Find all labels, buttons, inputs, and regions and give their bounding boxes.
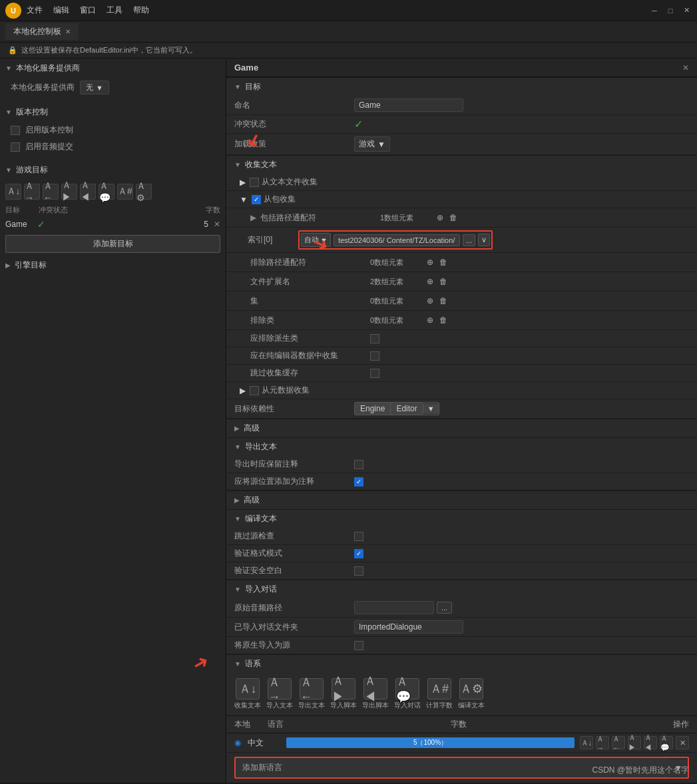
engine-button[interactable]: Engine — [355, 403, 391, 415]
close-button[interactable]: ✕ — [681, 5, 692, 16]
include-paths-row: ▶ 包括路径通配符 1数组元素 ⊕ 🗑 — [226, 208, 697, 228]
chevron-down-icon: ▼ — [234, 83, 241, 91]
count-icon[interactable]: Ａ# — [117, 184, 133, 200]
imported-folder-input[interactable] — [354, 620, 463, 634]
dialogue-import-label: 导入对话 — [394, 701, 421, 710]
lang-op-script-export[interactable]: Ａ◀ — [644, 736, 657, 749]
delete-collection-button[interactable]: 🗑 — [437, 294, 450, 307]
delete-exclude-path-button[interactable]: 🗑 — [437, 256, 450, 269]
field-name-input[interactable] — [354, 98, 463, 112]
path-dots-button[interactable]: ... — [463, 234, 475, 246]
enable-version-control-checkbox[interactable] — [11, 126, 20, 135]
editor-button[interactable]: Editor — [391, 403, 422, 415]
tab-localization[interactable]: 本地化控制板 ✕ — [5, 23, 79, 40]
script-export-icon[interactable]: Ａ◀ — [80, 184, 96, 200]
engine-editor-dropdown[interactable]: ▼ — [423, 403, 439, 414]
section-advanced1[interactable]: ▶ 高级 — [226, 419, 697, 437]
script-import-label: 导入脚本 — [330, 701, 357, 710]
lang-tool-script-export[interactable]: Ａ◀ 导出脚本 — [362, 678, 389, 710]
delete-class-button[interactable]: 🗑 — [437, 313, 450, 327]
lang-tool-collect[interactable]: Ａ↓ 收集文本 — [234, 678, 261, 710]
exclude-derived-checkbox[interactable] — [370, 334, 379, 343]
menu-window[interactable]: 窗口 — [80, 5, 96, 16]
add-extension-button[interactable]: ⊕ — [423, 275, 437, 288]
lang-tool-compile[interactable]: Ａ⚙ 编译文本 — [458, 678, 485, 710]
section-export-text[interactable]: ▼ 导出文本 — [226, 437, 697, 456]
lang-tool-export[interactable]: Ａ← 导出文本 — [298, 678, 325, 710]
game-target-remove[interactable]: ✕ — [214, 220, 220, 229]
preserve-notes-checkbox[interactable] — [354, 460, 363, 469]
section-version-control[interactable]: ▼ 版本控制 — [0, 102, 226, 122]
add-exclude-path-button[interactable]: ⊕ — [423, 256, 437, 269]
section-compile-text[interactable]: ▼ 编译文本 — [226, 509, 697, 528]
section-gather-text[interactable]: ▼ 收集文本 — [226, 155, 697, 174]
load-policy-dropdown[interactable]: 游戏 ▼ — [354, 136, 390, 152]
lang-remove-button[interactable]: ✕ — [676, 736, 689, 749]
delete-include-path-button[interactable]: 🗑 — [447, 211, 460, 224]
add-collection-button[interactable]: ⊕ — [423, 294, 437, 307]
lang-tool-script-import[interactable]: Ａ▶ 导入脚本 — [330, 678, 357, 710]
right-panel-title: Game — [234, 63, 258, 73]
lang-op-export[interactable]: Ａ← — [612, 736, 625, 749]
delete-extension-button[interactable]: 🗑 — [437, 275, 450, 288]
script-import-icon[interactable]: Ａ▶ — [61, 184, 77, 200]
lang-bar-text-chinese: 5（100%） — [413, 738, 447, 747]
skip-source-check-checkbox[interactable] — [354, 532, 363, 541]
lang-op-script-import[interactable]: Ａ▶ — [628, 736, 641, 749]
menu-help[interactable]: 帮助 — [133, 5, 149, 16]
import-text-label: 导入文本 — [266, 701, 293, 710]
import-icon[interactable]: Ａ→ — [24, 184, 40, 200]
lang-tool-dialogue-import[interactable]: Ａ💬 导入对话 — [394, 678, 421, 710]
lang-op-collect[interactable]: Ａ↓ — [580, 736, 593, 749]
native-source-checkbox[interactable] — [354, 641, 363, 650]
maximize-button[interactable]: □ — [665, 5, 676, 16]
provider-dropdown[interactable]: 无 ▼ — [80, 81, 109, 95]
lang-radio-chinese[interactable]: ◉ — [234, 738, 248, 747]
collect-icon[interactable]: Ａ↓ — [5, 184, 21, 200]
section-label: 版本控制 — [16, 106, 48, 118]
from-metadata-row: ▶ 从元数据收集 — [226, 382, 697, 399]
section-localization-provider[interactable]: ▼ 本地化服务提供商 — [0, 59, 226, 78]
section-game-targets[interactable]: ▼ 游戏目标 — [0, 160, 226, 180]
auto-dropdown[interactable]: 自动 ▼ — [301, 233, 331, 247]
validate-whitespace-checkbox[interactable] — [354, 566, 363, 576]
from-metadata-checkbox[interactable] — [250, 386, 259, 395]
enable-audio-submit-checkbox[interactable] — [11, 142, 20, 152]
game-target-name[interactable]: Game — [5, 220, 32, 229]
section-engine-targets[interactable]: ▶ 引擎目标 — [0, 256, 226, 275]
section-language[interactable]: ▼ 语系 — [226, 654, 697, 673]
section-target[interactable]: ▼ 目标 — [226, 77, 697, 96]
add-class-button[interactable]: ⊕ — [423, 313, 437, 327]
audio-path-dots-button[interactable]: ... — [437, 602, 452, 614]
menu-edit[interactable]: 编辑 — [53, 5, 69, 16]
menu-tools[interactable]: 工具 — [107, 5, 122, 16]
path-expand-button[interactable]: ∨ — [478, 234, 490, 246]
export-icon[interactable]: Ａ← — [43, 184, 59, 200]
lang-op-import[interactable]: Ａ→ — [596, 736, 609, 749]
right-panel-close-button[interactable]: ✕ — [682, 63, 689, 73]
index-0-row: 索引[0] 自动 ▼ ... ∨ — [226, 228, 697, 253]
gather-pure-checkbox[interactable] — [370, 351, 379, 361]
lang-tool-import[interactable]: Ａ→ 导入文本 — [266, 678, 293, 710]
tab-close-button[interactable]: ✕ — [65, 28, 71, 35]
chevron-down-icon: ▼ — [234, 443, 241, 451]
source-as-notes-checkbox[interactable]: ✓ — [354, 477, 363, 487]
lang-op-dialogue[interactable]: Ａ💬 — [660, 736, 673, 749]
minimize-button[interactable]: ─ — [649, 5, 660, 16]
path-input-field[interactable] — [334, 234, 460, 246]
lang-tool-count[interactable]: Ａ# 计算字数 — [426, 678, 453, 710]
compile-icon[interactable]: Ａ⚙ — [136, 184, 152, 200]
audio-path-input[interactable] — [354, 601, 434, 614]
section-import-dialogue[interactable]: ▼ 导入对话 — [226, 580, 697, 598]
section-advanced2[interactable]: ▶ 高级 — [226, 490, 697, 509]
skip-cache-checkbox[interactable] — [370, 369, 379, 378]
from-file-checkbox[interactable] — [250, 178, 259, 187]
add-target-button[interactable]: 添加新目标 — [5, 235, 220, 253]
menu-file[interactable]: 文件 — [27, 5, 43, 16]
from-package-checkbox[interactable]: ✓ — [252, 195, 261, 204]
dialogue-icon[interactable]: Ａ💬 — [99, 184, 115, 200]
add-include-path-button[interactable]: ⊕ — [433, 211, 447, 224]
chevron-down-icon: ▼ — [234, 660, 241, 668]
exclude-classes-count: 0数组元素 — [370, 315, 423, 325]
validate-format-checkbox[interactable]: ✓ — [354, 549, 363, 558]
